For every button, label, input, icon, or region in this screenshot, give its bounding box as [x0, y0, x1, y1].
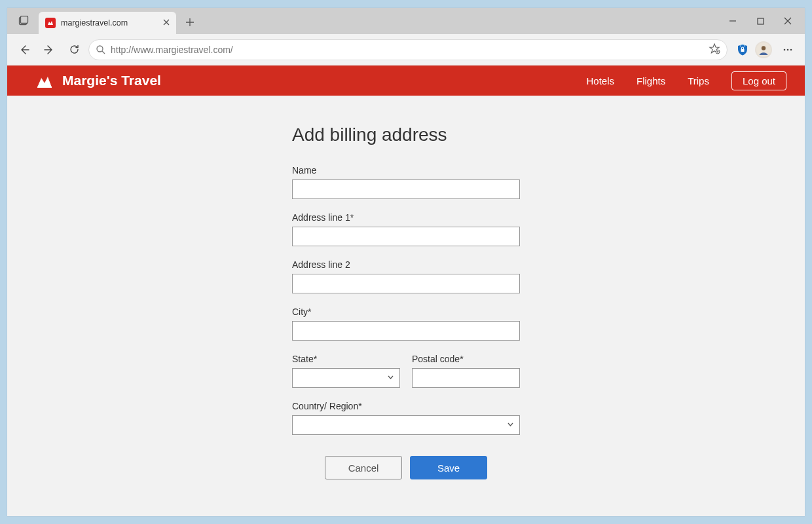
- tab-strip: margiestravel.com: [7, 8, 805, 34]
- site-header: Margie's Travel Hotels Flights Trips Log…: [7, 66, 805, 96]
- address2-input[interactable]: [292, 274, 520, 293]
- window-maximize-button[interactable]: [747, 8, 773, 34]
- name-label: Name: [292, 165, 520, 176]
- tracking-prevention-button[interactable]: [735, 43, 750, 57]
- svg-rect-1: [21, 16, 28, 24]
- tab-close-button[interactable]: [163, 18, 170, 28]
- profile-button[interactable]: [755, 41, 772, 58]
- avatar-icon: [756, 43, 771, 57]
- toolbar: http://www.margiestravel.com/: [7, 34, 805, 66]
- svg-point-3: [97, 46, 103, 52]
- address2-label: Address line 2: [292, 259, 520, 270]
- browser-window: margiestravel.com: [7, 8, 805, 516]
- svg-point-7: [762, 46, 766, 50]
- search-icon: [96, 45, 105, 54]
- svg-rect-11: [37, 86, 52, 88]
- favicon-icon: [45, 18, 56, 28]
- state-label: State*: [292, 354, 400, 364]
- back-button[interactable]: [14, 39, 35, 60]
- country-label: Country/ Region*: [292, 401, 520, 411]
- browser-tab[interactable]: margiestravel.com: [39, 12, 176, 34]
- refresh-button[interactable]: [64, 39, 84, 60]
- settings-menu-button[interactable]: [777, 39, 798, 60]
- city-input[interactable]: [292, 321, 520, 341]
- arrow-left-icon: [18, 44, 30, 56]
- cancel-button[interactable]: Cancel: [325, 456, 402, 479]
- favorites-button[interactable]: [709, 43, 720, 57]
- svg-point-9: [787, 48, 789, 50]
- tab-actions-button[interactable]: [12, 10, 35, 32]
- star-icon: [709, 43, 720, 54]
- shield-lock-icon: [736, 43, 749, 56]
- address1-label: Address line 1*: [292, 212, 520, 223]
- name-input[interactable]: [292, 179, 520, 199]
- billing-form: Add billing address Name Address line 1*…: [292, 124, 520, 516]
- new-tab-button[interactable]: [180, 12, 200, 32]
- url-text: http://www.margiestravel.com/: [111, 45, 703, 55]
- page-title: Add billing address: [292, 124, 520, 145]
- country-select[interactable]: [292, 415, 520, 435]
- form-actions: Cancel Save: [292, 456, 520, 479]
- nav-hotels[interactable]: Hotels: [586, 75, 614, 86]
- chevron-down-icon: [507, 421, 514, 430]
- svg-point-10: [790, 48, 792, 50]
- close-icon: [784, 17, 792, 25]
- minimize-icon: [729, 17, 737, 25]
- nav-trips[interactable]: Trips: [688, 75, 709, 86]
- svg-point-8: [784, 48, 786, 50]
- state-select[interactable]: [292, 368, 400, 388]
- window-controls: [720, 8, 801, 34]
- tab-title: margiestravel.com: [61, 18, 128, 28]
- more-icon: [783, 45, 793, 55]
- save-button[interactable]: Save: [410, 456, 487, 479]
- arrow-right-icon: [43, 44, 55, 56]
- maximize-icon: [757, 18, 764, 25]
- logout-button[interactable]: Log out: [731, 71, 786, 90]
- svg-rect-2: [758, 18, 764, 24]
- brand-name: Margie's Travel: [62, 73, 161, 88]
- postal-label: Postal code*: [412, 354, 520, 364]
- brand-logo-icon: [36, 72, 53, 89]
- page-content: Add billing address Name Address line 1*…: [7, 96, 805, 516]
- forward-button[interactable]: [39, 39, 60, 60]
- close-icon: [163, 19, 170, 26]
- refresh-icon: [69, 44, 80, 55]
- postal-input[interactable]: [412, 368, 520, 388]
- brand[interactable]: Margie's Travel: [36, 72, 161, 89]
- address-bar[interactable]: http://www.margiestravel.com/: [88, 39, 728, 60]
- chevron-down-icon: [387, 373, 394, 383]
- window-minimize-button[interactable]: [720, 8, 746, 34]
- plus-icon: [185, 18, 194, 27]
- primary-nav: Hotels Flights Trips Log out: [586, 71, 786, 90]
- address1-input[interactable]: [292, 227, 520, 246]
- svg-rect-5: [741, 49, 745, 52]
- city-label: City*: [292, 307, 520, 317]
- tab-overview-icon: [18, 16, 29, 26]
- window-close-button[interactable]: [775, 8, 801, 34]
- nav-flights[interactable]: Flights: [637, 75, 665, 86]
